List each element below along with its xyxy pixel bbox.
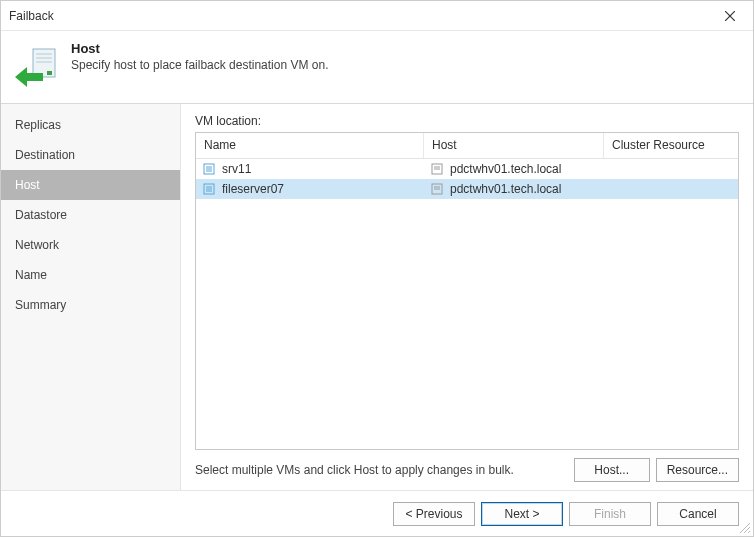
next-button[interactable]: Next > bbox=[481, 502, 563, 526]
hint-row: Select multiple VMs and click Host to ap… bbox=[195, 458, 739, 482]
wizard-sidebar: Replicas Destination Host Datastore Netw… bbox=[1, 104, 181, 490]
table-row[interactable]: srv11 pdctwhv01.tech.local bbox=[196, 159, 738, 179]
wizard-body: Replicas Destination Host Datastore Netw… bbox=[1, 103, 753, 490]
finish-button: Finish bbox=[569, 502, 651, 526]
sidebar-item-destination[interactable]: Destination bbox=[1, 140, 180, 170]
host-button[interactable]: Host... bbox=[574, 458, 650, 482]
sidebar-item-datastore[interactable]: Datastore bbox=[1, 200, 180, 230]
section-label: VM location: bbox=[195, 114, 739, 128]
grid-header: Name Host Cluster Resource bbox=[196, 133, 738, 159]
cell-host: pdctwhv01.tech.local bbox=[424, 162, 604, 176]
table-row[interactable]: fileserver07 pdctwhv01.tech.local bbox=[196, 179, 738, 199]
page-title: Host bbox=[71, 41, 328, 56]
wizard-header: Host Specify host to place failback dest… bbox=[1, 31, 753, 103]
resource-button[interactable]: Resource... bbox=[656, 458, 739, 482]
svg-rect-6 bbox=[47, 71, 52, 75]
column-header-name[interactable]: Name bbox=[196, 133, 424, 158]
resize-grip-icon bbox=[737, 520, 751, 534]
cell-name-text: fileserver07 bbox=[222, 182, 284, 196]
cell-host-text: pdctwhv01.tech.local bbox=[450, 182, 561, 196]
column-header-host[interactable]: Host bbox=[424, 133, 604, 158]
cell-host-text: pdctwhv01.tech.local bbox=[450, 162, 561, 176]
wizard-main: VM location: Name Host Cluster Resource bbox=[181, 104, 753, 490]
host-icon bbox=[430, 182, 444, 196]
window-title: Failback bbox=[9, 9, 715, 23]
vm-icon bbox=[202, 162, 216, 176]
cell-name: fileserver07 bbox=[196, 182, 424, 196]
sidebar-item-host[interactable]: Host bbox=[1, 170, 180, 200]
host-icon bbox=[430, 162, 444, 176]
column-header-cluster[interactable]: Cluster Resource bbox=[604, 133, 738, 158]
page-subtitle: Specify host to place failback destinati… bbox=[71, 58, 328, 72]
failback-wizard-window: Failback Host Specify host to place fail… bbox=[0, 0, 754, 537]
cancel-button[interactable]: Cancel bbox=[657, 502, 739, 526]
svg-line-24 bbox=[748, 531, 750, 533]
header-texts: Host Specify host to place failback dest… bbox=[71, 39, 328, 72]
cell-host: pdctwhv01.tech.local bbox=[424, 182, 604, 196]
failback-arrow-icon bbox=[13, 43, 61, 91]
cell-name: srv11 bbox=[196, 162, 424, 176]
titlebar: Failback bbox=[1, 1, 753, 31]
close-button[interactable] bbox=[715, 8, 745, 24]
sidebar-item-replicas[interactable]: Replicas bbox=[1, 110, 180, 140]
grid-body[interactable]: srv11 pdctwhv01.tech.local bbox=[196, 159, 738, 449]
cell-name-text: srv11 bbox=[222, 162, 251, 176]
sidebar-item-network[interactable]: Network bbox=[1, 230, 180, 260]
hint-text: Select multiple VMs and click Host to ap… bbox=[195, 463, 568, 477]
close-icon bbox=[725, 11, 735, 21]
resize-handle[interactable] bbox=[737, 520, 751, 534]
previous-button[interactable]: < Previous bbox=[393, 502, 475, 526]
vm-icon bbox=[202, 182, 216, 196]
vm-location-grid: Name Host Cluster Resource bbox=[195, 132, 739, 450]
sidebar-item-summary[interactable]: Summary bbox=[1, 290, 180, 320]
sidebar-item-name[interactable]: Name bbox=[1, 260, 180, 290]
wizard-footer: < Previous Next > Finish Cancel bbox=[1, 490, 753, 536]
